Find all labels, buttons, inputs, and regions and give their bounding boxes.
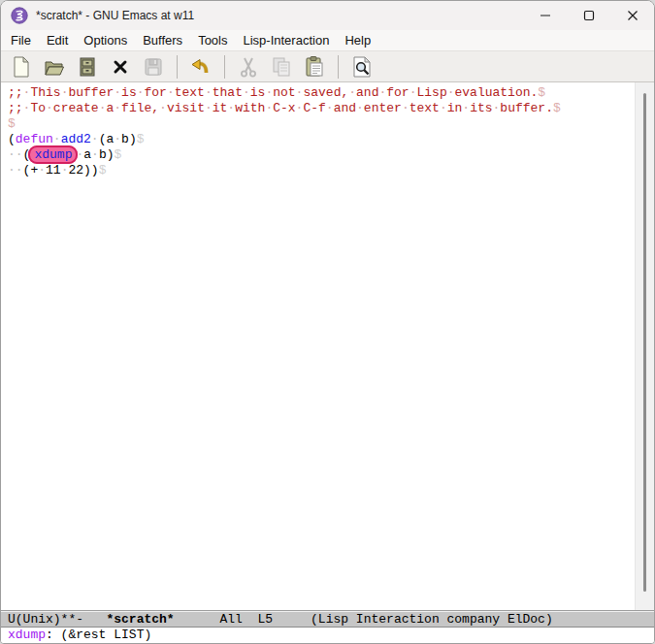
- toolbar-button-close-buffer[interactable]: [105, 53, 136, 80]
- space-marker: ·: [38, 163, 46, 177]
- token-def: ·: [53, 132, 61, 146]
- buffer-line: ··(+·11·22))$: [8, 163, 635, 178]
- maximize-button[interactable]: [567, 1, 610, 30]
- dired-icon: [76, 55, 99, 79]
- space-marker: ·: [205, 101, 213, 115]
- save-icon: [142, 55, 165, 79]
- token-fn: add2: [61, 132, 91, 146]
- space-marker: ·: [243, 85, 250, 100]
- eldoc-function-name: xdump: [8, 628, 46, 642]
- buffer-line: ;;·This·buffer·is·for·text·that·is·not·s…: [8, 85, 635, 101]
- space-marker: ·: [402, 101, 409, 115]
- space-marker: ·: [296, 101, 304, 115]
- space-marker: ·: [23, 101, 31, 115]
- open-file-icon: [43, 55, 66, 79]
- toolbar-button-save: [138, 53, 169, 80]
- token-kw: defun: [16, 132, 53, 146]
- undo-icon: [189, 55, 213, 79]
- space-marker: ·: [61, 163, 69, 177]
- space-marker: ·: [205, 85, 213, 100]
- token-cmt: ;;·This·buffer·is·for·text·that·is·not·s…: [8, 85, 538, 100]
- space-marker: ·: [99, 101, 107, 115]
- highlighted-symbol: xdump: [28, 145, 78, 164]
- minimize-button[interactable]: [523, 1, 567, 30]
- space-marker: ·: [348, 85, 356, 100]
- paste-icon: [303, 55, 326, 79]
- space-marker: ··: [8, 147, 23, 162]
- space-marker: ·: [227, 101, 235, 115]
- cut-icon: [237, 55, 260, 79]
- close-buffer-icon: [109, 55, 132, 79]
- token-def: ·(a·b): [91, 132, 137, 146]
- scratch-buffer[interactable]: ;;·This·buffer·is·for·text·that·is·not·s…: [1, 82, 635, 610]
- space-marker: ·: [91, 132, 99, 146]
- toolbar-button-dired[interactable]: [72, 53, 103, 80]
- token-nl: $: [99, 163, 107, 177]
- toolbar-button-undo[interactable]: [185, 53, 216, 80]
- space-marker: ·: [356, 101, 364, 115]
- space-marker: ·: [114, 101, 121, 115]
- mode-line: U(Unix)**- *scratch* All L5 (Lisp Intera…: [1, 610, 654, 628]
- scrollbar-thumb[interactable]: [643, 93, 646, 592]
- toolbar-button-search[interactable]: [346, 53, 377, 80]
- toolbar-separator: [224, 55, 225, 79]
- space-marker: ·: [409, 85, 417, 100]
- echo-area: xdump: (&rest LIST): [1, 628, 654, 643]
- toolbar-button-new-file[interactable]: [6, 53, 37, 80]
- space-marker: ·: [296, 85, 304, 100]
- menu-item-buffers[interactable]: Buffers: [135, 32, 190, 48]
- token-cmt: ;;·To·create·a·file,·visit·it·with·C-x·C…: [8, 101, 553, 115]
- token-nl: $: [137, 132, 145, 146]
- space-marker: ·: [159, 101, 167, 115]
- space-marker: ·: [114, 132, 121, 146]
- menubar: FileEditOptionsBuffersToolsLisp-Interact…: [1, 30, 654, 51]
- modeline-text: All L5 (Lisp Interaction company ElDoc): [175, 612, 553, 627]
- space-marker: ·: [326, 101, 334, 115]
- space-marker: ·: [53, 132, 61, 146]
- menu-item-file[interactable]: File: [3, 32, 39, 48]
- search-icon: [350, 55, 374, 79]
- toolbar-separator: [177, 55, 178, 79]
- menu-item-help[interactable]: Help: [337, 32, 378, 48]
- window-controls: [523, 1, 654, 30]
- emacs-logo-icon: [11, 7, 28, 24]
- space-marker: ·: [265, 85, 273, 100]
- space-marker: ·: [440, 101, 447, 115]
- token-nlc: $: [8, 116, 16, 131]
- token-def: ··(+·11·22)): [8, 163, 99, 177]
- space-marker: ·: [61, 85, 69, 100]
- buffer-line: ;;·To·create·a·file,·visit·it·with·C-x·C…: [8, 101, 635, 116]
- menu-item-lisp-interaction[interactable]: Lisp-Interaction: [235, 32, 337, 48]
- space-marker: ·: [91, 147, 99, 162]
- token-nlc: $: [538, 85, 545, 100]
- token-nlc: $: [553, 101, 561, 115]
- space-marker: ·: [462, 101, 470, 115]
- emacs-window: *scratch* - GNU Emacs at w11 FileEditOpt…: [0, 0, 655, 644]
- copy-icon: [270, 55, 293, 79]
- toolbar-button-paste[interactable]: [299, 53, 330, 80]
- menu-item-tools[interactable]: Tools: [190, 32, 235, 48]
- toolbar-button-open-file[interactable]: [39, 53, 70, 80]
- space-marker: ·: [167, 85, 175, 100]
- buffer-area: ;;·This·buffer·is·for·text·that·is·not·s…: [1, 82, 654, 610]
- new-file-icon: [10, 55, 33, 79]
- space-marker: ·: [265, 101, 273, 115]
- space-marker: ·: [46, 101, 53, 115]
- token-def: (: [8, 132, 16, 146]
- space-marker: ·: [23, 85, 31, 100]
- toolbar-separator: [338, 55, 339, 79]
- vertical-scrollbar[interactable]: [635, 82, 654, 610]
- modeline-buffer-name: *scratch*: [106, 612, 174, 627]
- menu-item-options[interactable]: Options: [76, 32, 135, 48]
- buffer-line: $: [8, 116, 635, 132]
- space-marker: ·: [137, 85, 145, 100]
- close-button[interactable]: [610, 1, 654, 30]
- eldoc-signature: : (&rest LIST): [46, 628, 151, 642]
- token-def: ·a·b): [76, 147, 114, 162]
- space-marker: ·: [493, 101, 501, 115]
- menu-item-edit[interactable]: Edit: [39, 32, 76, 48]
- toolbar-button-copy: [266, 53, 297, 80]
- titlebar[interactable]: *scratch* - GNU Emacs at w11: [1, 1, 654, 30]
- toolbar-button-cut: [233, 53, 264, 80]
- space-marker: ··: [8, 163, 23, 177]
